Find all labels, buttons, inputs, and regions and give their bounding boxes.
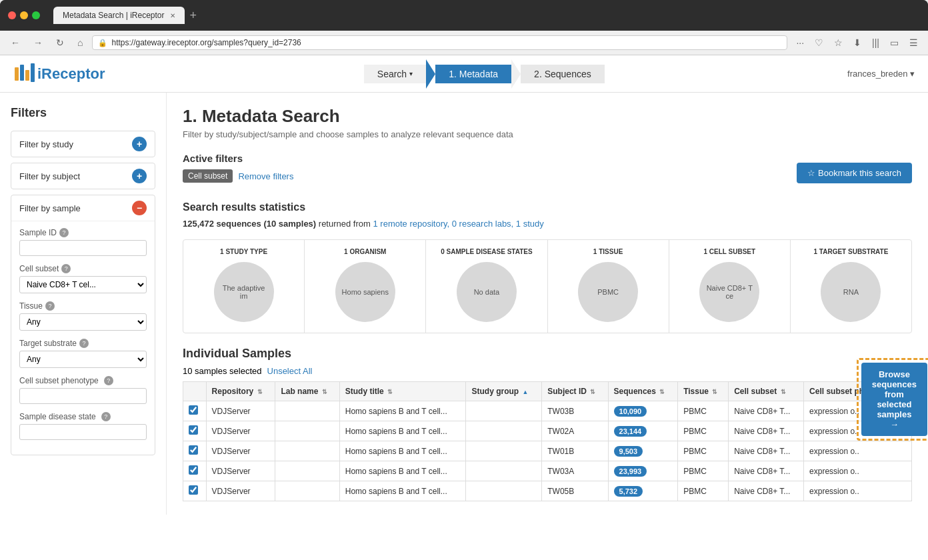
pocket-icon[interactable]: ♡ — [811, 35, 827, 51]
row-checkbox-2[interactable] — [189, 445, 198, 455]
cell-checkbox-2[interactable] — [183, 441, 207, 461]
cell-subset-select[interactable]: Naive CD8+ T cel... — [19, 276, 147, 293]
nav-step-metadata[interactable]: 1. Metadata — [435, 65, 511, 83]
new-tab-button[interactable]: + — [185, 7, 203, 24]
col-study-group[interactable]: Study group ▲ — [466, 382, 542, 401]
toolbar-icons: ··· ♡ ☆ ⬇ ||| ▭ ☰ — [793, 35, 921, 51]
main-layout: Filters Filter by study + Filter by subj… — [0, 93, 928, 515]
url-bar[interactable]: 🔒 https://gateway.ireceptor.org/samples?… — [92, 35, 787, 50]
row-checkbox-0[interactable] — [189, 405, 198, 415]
filter-sample-toggle[interactable]: − — [132, 201, 147, 215]
table-row: VDJServer Homo sapiens B and T cell... T… — [183, 441, 912, 461]
cell-checkbox-3[interactable] — [183, 461, 207, 481]
bookmarks-icon[interactable]: ||| — [869, 35, 883, 51]
unselect-all-link[interactable]: Unselect All — [267, 366, 313, 376]
nav-step-sequences[interactable]: 2. Sequences — [521, 65, 605, 83]
user-menu[interactable]: frances_breden ▾ — [847, 69, 915, 79]
sample-id-input[interactable] — [19, 240, 147, 256]
cell-study-3: Homo sapiens B and T cell... — [339, 461, 466, 481]
chart-circle-wrap-3: PBMC — [553, 262, 663, 322]
chart-item-1: 1 ORGANISM Homo sapiens — [305, 240, 426, 333]
cell-sequences-1: 23,144 — [608, 421, 678, 441]
reload-button[interactable]: ↻ — [52, 35, 68, 51]
filters-header: Active filters Cell subset Remove filter… — [183, 153, 912, 193]
back-button[interactable]: ← — [7, 35, 24, 51]
col-subject-id[interactable]: Subject ID ⇅ — [542, 382, 608, 401]
browse-sequences-button[interactable]: Browse sequences from selected samples → — [861, 363, 927, 436]
tissue-select[interactable]: Any — [19, 313, 147, 331]
cell-phenotype-2: expression o.. — [804, 441, 912, 461]
cell-lab-2 — [275, 441, 339, 461]
nav-steps: Search ▾ 1. Metadata 2. Sequences — [364, 59, 605, 89]
sample-id-help-icon[interactable]: ? — [59, 228, 69, 237]
disease-state-label: Sample disease state ? — [19, 412, 147, 421]
chart-label-1: 1 ORGANISM — [310, 248, 420, 255]
disease-state-help-icon[interactable]: ? — [101, 412, 111, 421]
disease-state-input[interactable] — [19, 424, 147, 440]
cell-tissue-4: PBMC — [678, 481, 729, 501]
samples-table: Repository ⇅ Lab name ⇅ Study title ⇅ St… — [183, 381, 912, 501]
filter-study-toggle[interactable]: + — [132, 137, 147, 151]
browse-dashed-border: Browse sequences from selected samples → — [857, 358, 928, 441]
app-nav: iReceptor Search ▾ 1. Metadata 2. Sequen… — [0, 55, 928, 93]
cell-group-4 — [466, 481, 542, 501]
cell-checkbox-4[interactable] — [183, 481, 207, 501]
cell-subset-4: Naive CD8+ T... — [729, 481, 804, 501]
bookmark-button[interactable]: ☆ Bookmark this search — [797, 163, 912, 183]
cell-lab-3 — [275, 461, 339, 481]
download-icon[interactable]: ⬇ — [850, 35, 865, 51]
filter-group-study: Filter by study + — [11, 131, 155, 157]
remove-filters-link[interactable]: Remove filters — [238, 171, 293, 181]
phenotype-input[interactable] — [19, 388, 147, 404]
phenotype-help-icon[interactable]: ? — [104, 376, 113, 385]
cell-subset-2: Naive CD8+ T... — [729, 441, 804, 461]
more-icon[interactable]: ··· — [793, 35, 807, 51]
target-substrate-select[interactable]: Any — [19, 351, 147, 368]
samples-section: Individual Samples 10 samples selected U… — [183, 347, 912, 501]
close-button[interactable] — [8, 11, 16, 19]
minimize-button[interactable] — [20, 11, 28, 19]
maximize-button[interactable] — [32, 11, 40, 19]
cell-checkbox-1[interactable] — [183, 421, 207, 441]
cell-subset-help-icon[interactable]: ? — [61, 264, 71, 273]
col-tissue[interactable]: Tissue ⇅ — [678, 382, 729, 401]
target-substrate-help-icon[interactable]: ? — [79, 339, 89, 348]
sidebar: Filters Filter by study + Filter by subj… — [0, 93, 167, 515]
tab-close-icon[interactable]: ✕ — [170, 12, 175, 19]
menu-icon[interactable]: ☰ — [906, 35, 921, 51]
cell-repo-0: VDJServer — [206, 401, 275, 421]
col-repository[interactable]: Repository ⇅ — [206, 382, 275, 401]
browser-toolbar: ← → ↻ ⌂ 🔒 https://gateway.ireceptor.org/… — [0, 31, 928, 55]
filter-by-subject-header[interactable]: Filter by subject + — [11, 163, 155, 189]
nav-step-search[interactable]: Search ▾ — [364, 65, 426, 83]
cell-repo-1: VDJServer — [206, 421, 275, 441]
row-checkbox-3[interactable] — [189, 465, 198, 475]
cell-sequences-0: 10,090 — [608, 401, 678, 421]
col-labname[interactable]: Lab name ⇅ — [275, 382, 339, 401]
row-checkbox-1[interactable] — [189, 425, 198, 435]
active-filters: Active filters Cell subset Remove filter… — [183, 153, 797, 183]
samples-subheader: 10 samples selected Unselect All Browse … — [183, 366, 912, 376]
row-checkbox-4[interactable] — [189, 485, 198, 495]
cell-checkbox-0[interactable] — [183, 401, 207, 421]
filter-item-phenotype: Cell subset phenotype ? — [19, 376, 147, 404]
filter-by-sample-header[interactable]: Filter by sample − — [11, 195, 155, 221]
home-button[interactable]: ⌂ — [73, 35, 87, 51]
stats-link[interactable]: 1 remote repository, 0 research labs, 1 … — [373, 219, 543, 229]
sidebar-icon[interactable]: ▭ — [887, 35, 902, 51]
active-tab[interactable]: Metadata Search | iReceptor ✕ — [53, 7, 185, 24]
chart-circle-4: Naive CD8+ T ce — [699, 262, 759, 322]
col-sequences[interactable]: Sequences ⇅ — [608, 382, 678, 401]
stats-sequences-bold: 125,472 sequences (10 samples) — [183, 219, 316, 229]
tissue-help-icon[interactable]: ? — [45, 301, 55, 311]
chart-item-5: 1 TARGET SUBSTRATE RNA — [791, 240, 911, 333]
table-body: VDJServer Homo sapiens B and T cell... T… — [183, 401, 912, 501]
col-cell-subset[interactable]: Cell subset ⇅ — [729, 382, 804, 401]
forward-button[interactable]: → — [29, 35, 47, 51]
content-area: 1. Metadata Search Filter by study/subje… — [167, 93, 928, 515]
star-icon[interactable]: ☆ — [831, 35, 846, 51]
filter-by-study-header[interactable]: Filter by study + — [11, 131, 155, 157]
col-study-title[interactable]: Study title ⇅ — [339, 382, 466, 401]
filter-subject-toggle[interactable]: + — [132, 169, 147, 183]
stats-rest: returned from — [319, 219, 371, 229]
